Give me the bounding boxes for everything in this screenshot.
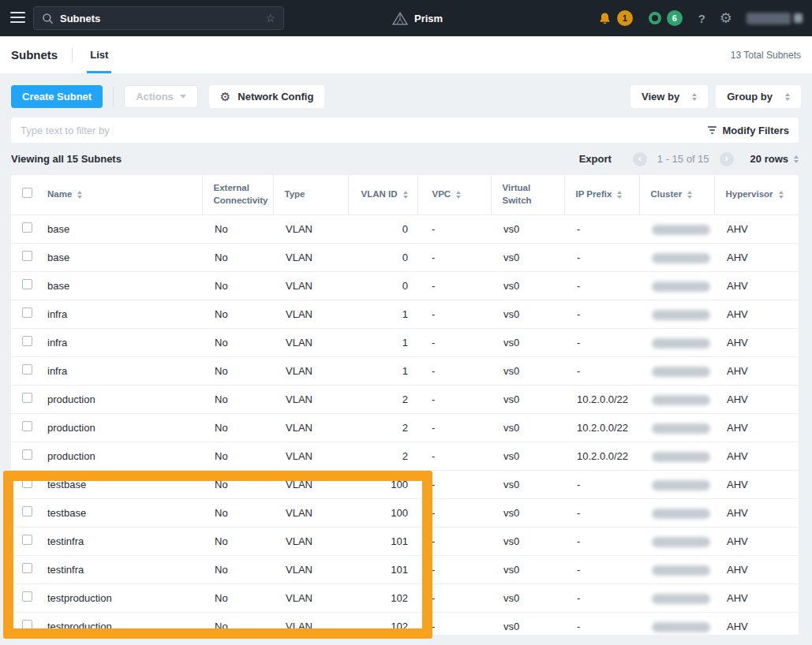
cell-name[interactable]: production [46,413,202,442]
cell-vlan_id: 2 [348,413,417,442]
alerts-count-badge[interactable]: 1 [617,10,633,26]
cell-name[interactable]: production [46,385,202,413]
table-row[interactable]: infraNoVLAN1-vs0-AHV [11,328,799,356]
row-checkbox[interactable] [22,478,32,488]
search-value: Subnets [60,13,100,24]
cell-name[interactable]: testproduction [46,583,202,612]
cell-name[interactable]: production [46,442,202,470]
cell-name[interactable]: infra [46,328,202,356]
cell-virtual_switch: vs0 [491,498,564,527]
favorite-star-icon[interactable]: ☆ [265,12,275,24]
column-header-name[interactable]: Name [46,175,202,214]
row-checkbox[interactable] [22,449,32,460]
table-row[interactable]: testproductionNoVLAN102-vs0-AHV [11,612,799,635]
row-checkbox[interactable] [22,222,32,233]
row-checkbox[interactable] [22,279,32,289]
table-row[interactable]: baseNoVLAN0-vs0-AHV [11,271,799,300]
create-subnet-button[interactable]: Create Subnet [11,85,103,108]
cell-type: VLAN [273,470,348,498]
table-row[interactable]: productionNoVLAN2-vs010.2.0.0/22AHV [11,442,799,470]
cell-name[interactable]: testbase [46,498,202,527]
brand-name: Prism [414,13,443,24]
row-checkbox[interactable] [22,421,32,431]
cell-name[interactable]: base [46,271,202,300]
table-row[interactable]: testproductionNoVLAN102-vs0-AHV [11,583,799,612]
sort-arrows-icon [617,191,622,199]
column-header-cluster[interactable]: Cluster [639,175,714,214]
row-checkbox[interactable] [22,535,32,545]
view-by-dropdown[interactable]: View by [631,85,708,108]
cell-vlan_id: 2 [348,442,417,470]
table-row[interactable]: productionNoVLAN2-vs010.2.0.0/22AHV [11,385,799,413]
redacted-cluster-value [652,537,710,547]
row-checkbox[interactable] [22,506,32,516]
cell-type: VLAN [273,583,348,612]
row-checkbox[interactable] [22,591,32,602]
cell-external_connectivity: No [202,243,273,271]
cell-virtual_switch: vs0 [491,243,564,271]
cell-ip_prefix: 10.2.0.0/22 [564,385,639,413]
filter-funnel-icon [708,126,717,134]
sort-arrows-icon [687,191,692,199]
cell-name[interactable]: base [46,243,202,271]
settings-gear-icon[interactable]: ⚙ [720,11,732,25]
row-checkbox[interactable] [22,393,32,403]
cell-name[interactable]: testinfra [46,555,202,583]
table-row[interactable]: baseNoVLAN0-vs0-AHV [11,214,799,243]
sort-arrows-icon [77,191,82,199]
modify-filters-button[interactable]: Modify Filters [708,125,789,136]
filter-bar: Type text to filter by Modify Filters [11,117,799,143]
help-icon[interactable]: ? [698,12,705,25]
row-checkbox-cell [11,470,46,498]
table-row[interactable]: testbaseNoVLAN100-vs0-AHV [11,498,799,527]
tasks-count-badge[interactable]: 6 [667,10,683,26]
row-checkbox[interactable] [22,308,32,318]
table-header-row: NameExternal ConnectivityTypeVLAN IDVPCV… [11,175,799,214]
table-row[interactable]: infraNoVLAN1-vs0-AHV [11,356,799,385]
cell-type: VLAN [273,385,348,413]
row-checkbox[interactable] [22,336,32,346]
cell-hypervisor: AHV [714,214,799,243]
network-config-button[interactable]: ⚙ Network Config [209,85,325,108]
cell-name[interactable]: testinfra [46,527,202,555]
hamburger-menu-icon[interactable] [10,12,25,26]
column-header-vpc[interactable]: VPC [417,175,491,214]
cell-name[interactable]: testbase [46,470,202,498]
tasks-ring-icon[interactable] [649,12,661,24]
column-header-ip_prefix[interactable]: IP Prefix [564,175,639,214]
row-checkbox[interactable] [22,620,32,630]
column-header-vlan_id[interactable]: VLAN ID [348,175,417,214]
cell-vlan_id: 0 [348,243,417,271]
viewing-summary: Viewing all 15 Subnets [11,153,122,165]
table-row[interactable]: baseNoVLAN0-vs0-AHV [11,243,799,271]
select-all-checkbox[interactable] [22,188,32,198]
table-row[interactable]: testinfraNoVLAN101-vs0-AHV [11,527,799,555]
cell-name[interactable]: base [46,214,202,243]
cell-name[interactable]: infra [46,300,202,328]
user-menu-redacted[interactable] [747,13,803,24]
column-header-hypervisor[interactable]: Hypervisor [714,175,799,214]
table-row[interactable]: productionNoVLAN2-vs010.2.0.0/22AHV [11,413,799,442]
filter-text-input[interactable]: Type text to filter by [21,125,110,136]
cell-hypervisor: AHV [714,583,799,612]
row-checkbox[interactable] [22,251,32,261]
tab-list[interactable]: List [87,36,111,73]
actions-dropdown-button[interactable]: Actions [124,85,198,108]
table-row[interactable]: testinfraNoVLAN101-vs0-AHV [11,555,799,583]
cell-cluster [639,328,714,356]
table-row[interactable]: testbaseNoVLAN100-vs0-AHV [11,470,799,498]
previous-page-icon[interactable]: ‹ [633,152,647,166]
row-checkbox[interactable] [22,364,32,375]
cell-name[interactable]: testproduction [46,612,202,635]
cell-cluster [639,214,714,243]
table-row[interactable]: infraNoVLAN1-vs0-AHV [11,300,799,328]
cell-name[interactable]: infra [46,356,202,385]
next-page-icon[interactable]: › [720,152,734,166]
group-by-dropdown[interactable]: Group by [716,85,801,108]
chevron-down-icon [180,95,186,99]
export-button[interactable]: Export [579,153,612,165]
rows-per-page-dropdown[interactable]: 20 rows [750,153,799,165]
row-checkbox[interactable] [22,563,32,573]
alerts-bell-icon[interactable] [598,12,612,25]
global-search-input[interactable]: Subnets ☆ [33,6,284,30]
